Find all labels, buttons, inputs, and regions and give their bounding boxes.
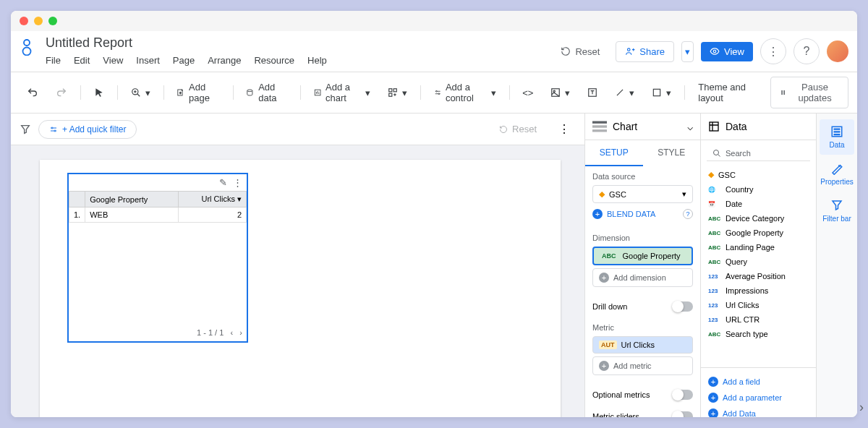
selection-tool[interactable] (87, 83, 111, 102)
view-button[interactable]: View (701, 42, 753, 61)
field-item[interactable]: 123Average Position (701, 269, 816, 283)
data-panel-header: Data (701, 114, 816, 140)
add-control-button[interactable]: Add a control ▾ (427, 77, 503, 108)
chart-panel-header[interactable]: Chart ⌵ (585, 114, 700, 140)
field-item[interactable]: ABCQuery (701, 254, 816, 269)
svg-rect-11 (389, 93, 392, 96)
drill-down-toggle[interactable] (673, 301, 693, 312)
svg-rect-29 (834, 131, 841, 132)
svg-rect-18 (781, 90, 783, 95)
svg-point-15 (554, 90, 556, 92)
share-button[interactable]: Share (616, 41, 674, 62)
add-parameter-link[interactable]: +Add a parameter (708, 390, 809, 406)
field-item[interactable]: 🌐Country (701, 182, 816, 197)
text-button[interactable] (580, 83, 605, 102)
undo-button[interactable] (20, 82, 46, 103)
svg-point-13 (438, 93, 440, 95)
col-header-2[interactable]: Url Clicks ▾ (178, 192, 246, 207)
image-button[interactable]: ▾ (543, 83, 577, 103)
svg-point-20 (51, 127, 53, 129)
search-input[interactable]: Search (707, 146, 810, 161)
data-source-label: Data source (592, 172, 693, 181)
svg-point-1 (23, 48, 31, 56)
menu-arrange[interactable]: Arrange (208, 55, 241, 66)
svg-rect-9 (389, 89, 392, 92)
filter-more-button[interactable]: ⋮ (553, 119, 576, 139)
edit-icon[interactable]: ✎ (219, 177, 227, 188)
canvas[interactable]: ✎ ⋮ Google Property Url Clicks ▾ 1. (11, 145, 584, 417)
field-item[interactable]: ABCLanding Page (701, 240, 816, 254)
add-quick-filter-button[interactable]: + Add quick filter (38, 120, 137, 139)
add-chart-button[interactable]: Add a chart ▾ (307, 77, 378, 108)
help-button[interactable]: ? (793, 38, 820, 64)
reset-button[interactable]: Reset (552, 42, 608, 61)
report-title[interactable]: Untitled Report (46, 35, 552, 51)
svg-point-21 (54, 130, 56, 132)
menu-view[interactable]: View (103, 55, 123, 66)
add-dimension-button[interactable]: +Add dimension (592, 268, 693, 287)
svg-rect-17 (654, 89, 660, 95)
field-item[interactable]: 123Impressions (701, 283, 816, 298)
pagination: 1 - 1 / 1 ‹ › (69, 324, 247, 341)
svg-point-7 (247, 90, 252, 92)
menu-file[interactable]: File (46, 55, 61, 66)
metric-chip[interactable]: AUTUrl Clicks (592, 336, 693, 354)
menubar: File Edit View Insert Page Arrange Resou… (46, 51, 552, 72)
table-chart-widget[interactable]: ✎ ⋮ Google Property Url Clicks ▾ 1. (67, 173, 248, 343)
menu-page[interactable]: Page (173, 55, 195, 66)
svg-rect-28 (834, 129, 841, 130)
field-item[interactable]: 123Url Clicks (701, 298, 816, 312)
blend-data-link[interactable]: +BLEND DATA? (592, 206, 693, 222)
add-field-link[interactable]: +Add a field (708, 374, 809, 390)
widget-more-icon[interactable]: ⋮ (233, 177, 242, 188)
add-data-link[interactable]: +Add Data (708, 406, 809, 417)
field-item[interactable]: ABCDevice Category (701, 211, 816, 226)
close-window-button[interactable] (20, 17, 28, 25)
maximize-window-button[interactable] (48, 17, 57, 25)
dimension-chip[interactable]: ABCGoogle Property (592, 247, 693, 265)
col-header-1[interactable]: Google Property (85, 192, 178, 207)
menu-edit[interactable]: Edit (74, 55, 90, 66)
svg-point-3 (713, 50, 716, 53)
svg-rect-22 (592, 121, 607, 124)
add-metric-button[interactable]: +Add metric (592, 356, 693, 375)
optional-metrics-toggle[interactable] (673, 390, 693, 400)
data-source-item[interactable]: ◆GSC (701, 167, 816, 182)
field-item[interactable]: ABCGoogle Property (701, 226, 816, 240)
add-page-button[interactable]: +Add page (169, 77, 226, 108)
menu-insert[interactable]: Insert (136, 55, 160, 66)
field-item[interactable]: 📅Date (701, 197, 816, 211)
community-viz-button[interactable]: ▾ (380, 83, 414, 103)
tab-setup[interactable]: SETUP (585, 140, 643, 166)
pause-updates-button[interactable]: Pause updates (770, 77, 848, 108)
share-dropdown[interactable]: ▾ (681, 41, 694, 62)
data-source-chip[interactable]: ◆GSC▾ (592, 185, 693, 203)
menu-help[interactable]: Help (307, 55, 327, 66)
redo-button[interactable] (48, 82, 75, 103)
svg-point-12 (435, 90, 437, 92)
filter-reset-button[interactable]: Reset (490, 119, 545, 139)
field-item[interactable]: ABCSearch type (701, 327, 816, 341)
svg-rect-25 (710, 122, 718, 131)
chevron-down-icon[interactable]: ⌵ (687, 121, 693, 132)
line-button[interactable]: ▾ (608, 83, 642, 103)
shape-button[interactable]: ▾ (644, 83, 678, 103)
embed-button[interactable]: <> (515, 83, 540, 103)
tab-style[interactable]: STYLE (643, 140, 701, 166)
svg-rect-24 (592, 129, 607, 132)
more-options-button[interactable]: ⋮ (760, 38, 786, 64)
side-tab-data[interactable]: Data (820, 119, 854, 155)
zoom-tool[interactable]: ▾ (124, 83, 158, 103)
add-data-button[interactable]: Add data (239, 77, 294, 108)
report-page[interactable]: ✎ ⋮ Google Property Url Clicks ▾ 1. (40, 160, 561, 417)
theme-button[interactable]: Theme and layout (691, 77, 765, 108)
side-tab-properties[interactable]: Properties (820, 156, 854, 192)
side-tab-filter[interactable]: Filter bar (820, 193, 854, 228)
menu-resource[interactable]: Resource (254, 55, 294, 66)
minimize-window-button[interactable] (34, 17, 43, 25)
metric-sliders-toggle[interactable] (673, 411, 693, 417)
user-avatar[interactable] (827, 40, 848, 62)
filter-icon[interactable] (20, 124, 31, 135)
field-item[interactable]: 123URL CTR (701, 312, 816, 327)
drill-down-label: Drill down (592, 302, 627, 311)
